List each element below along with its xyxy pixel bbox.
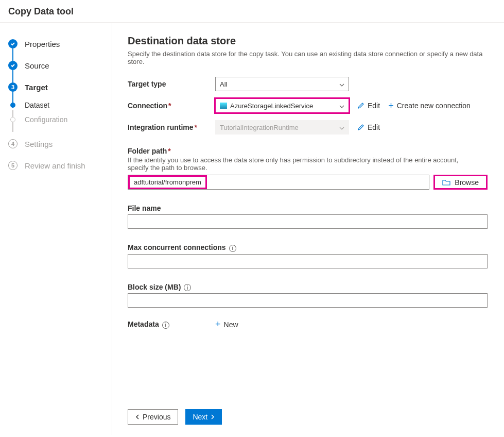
button-text: Next (193, 413, 207, 421)
connection-label: Connection* (128, 102, 215, 110)
block-size-label: Block size (MB)i (128, 283, 488, 292)
step-source[interactable]: Source (0, 55, 112, 76)
step-target[interactable]: 3 Target (0, 76, 112, 98)
step-label: Target (25, 83, 48, 92)
pencil-icon (357, 124, 364, 131)
runtime-label: Integration runtime* (128, 123, 215, 131)
storage-icon (220, 103, 227, 109)
target-type-label: Target type (128, 80, 215, 88)
step-number-icon: 5 (8, 161, 18, 170)
folder-path-value: adftutorial/fromonprem (128, 175, 207, 189)
chevron-down-icon (339, 80, 344, 88)
tool-title: Copy Data tool (0, 0, 504, 22)
wizard-sidebar: Properties Source 3 Target Dataset Confi… (0, 23, 112, 435)
info-icon[interactable]: i (229, 245, 236, 252)
block-size-input[interactable] (128, 293, 488, 308)
step-properties[interactable]: Properties (0, 33, 112, 55)
pencil-icon (357, 102, 364, 109)
link-text: New (224, 321, 238, 329)
link-text: Edit (368, 102, 380, 110)
page-subtitle: Specify the destination data store for t… (128, 50, 488, 65)
previous-button[interactable]: Previous (128, 409, 178, 425)
edit-connection-button[interactable]: Edit (357, 102, 380, 110)
file-name-label: File name (128, 204, 488, 212)
connection-dropdown[interactable]: AzureStorageLinkedService (215, 98, 349, 113)
check-icon (8, 61, 18, 70)
folder-path-label: Folder path* (128, 147, 488, 155)
check-icon (8, 39, 18, 48)
step-label: Settings (25, 140, 53, 148)
main-panel: Destination data store Specify the desti… (112, 23, 504, 435)
substep-dot-icon (10, 103, 15, 108)
info-icon[interactable]: i (162, 322, 169, 329)
substep-dot-icon (10, 117, 15, 122)
max-conn-label: Max concurrent connectionsi (128, 243, 488, 252)
file-name-input[interactable] (128, 214, 488, 229)
folder-path-input[interactable]: adftutorial/fromonprem (128, 175, 429, 190)
chevron-down-icon (339, 124, 344, 131)
new-metadata-button[interactable]: + New (215, 319, 238, 330)
step-review[interactable]: 5 Review and finish (0, 155, 112, 176)
page-title: Destination data store (128, 35, 488, 47)
step-configuration[interactable]: Configuration (0, 112, 112, 133)
create-connection-button[interactable]: + Create new connection (388, 100, 471, 111)
link-text: Edit (368, 123, 380, 131)
step-label: Dataset (25, 101, 49, 109)
step-settings[interactable]: 4 Settings (0, 133, 112, 155)
folder-path-help: If the identity you use to access the da… (128, 156, 467, 172)
chevron-right-icon (211, 414, 215, 419)
dropdown-value: AzureStorageLinkedService (230, 102, 313, 110)
info-icon[interactable]: i (184, 284, 191, 291)
target-type-dropdown[interactable]: All (215, 77, 349, 91)
edit-runtime-button[interactable]: Edit (357, 123, 380, 131)
folder-icon (442, 179, 450, 186)
plus-icon: + (215, 319, 221, 330)
next-button[interactable]: Next (185, 409, 222, 425)
max-conn-input[interactable] (128, 254, 488, 268)
step-label: Configuration (25, 115, 67, 124)
button-text: Previous (143, 413, 170, 421)
link-text: Create new connection (397, 102, 471, 110)
step-number-icon: 4 (8, 139, 18, 148)
browse-button[interactable]: Browse (433, 175, 488, 190)
chevron-left-icon (135, 414, 140, 419)
step-label: Review and finish (25, 161, 85, 170)
dropdown-value: TutorialIntegrationRuntime (220, 124, 299, 131)
step-dataset[interactable]: Dataset (0, 98, 112, 112)
step-number-icon: 3 (8, 82, 18, 92)
step-label: Source (25, 61, 49, 70)
runtime-dropdown[interactable]: TutorialIntegrationRuntime (215, 120, 349, 135)
step-label: Properties (25, 40, 60, 48)
plus-icon: + (388, 100, 394, 111)
button-text: Browse (455, 178, 479, 187)
dropdown-value: All (220, 80, 227, 88)
chevron-down-icon (339, 102, 344, 110)
metadata-label: Metadatai (128, 320, 215, 329)
